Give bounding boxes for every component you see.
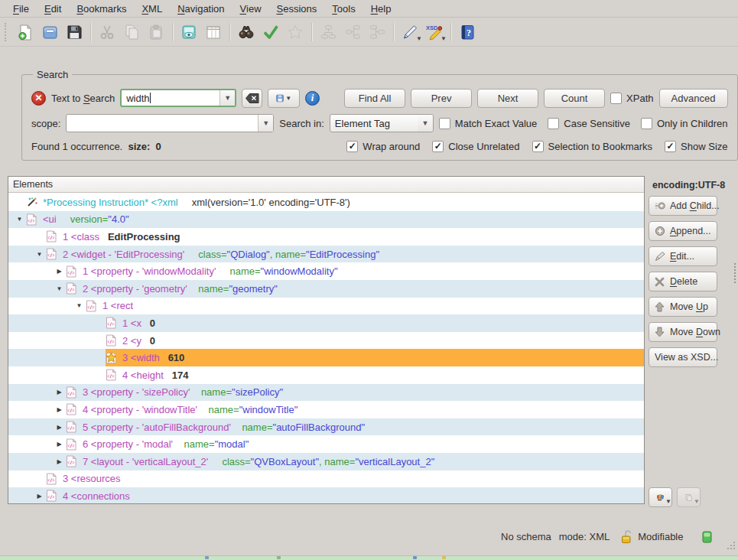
view-as-xsd-button[interactable]: View as XSD...	[649, 347, 717, 367]
scope-dropdown-icon[interactable]: ▼	[258, 115, 273, 132]
expand-arrow-icon[interactable]: ▶	[53, 424, 66, 431]
tree-row[interactable]: ▼2 <widget - 'EditProcessing' class="QDi…	[8, 246, 644, 263]
colorize-dropdown-icon[interactable]: ▼	[665, 498, 671, 505]
clear-search-button[interactable]	[242, 89, 262, 108]
collapse-arrow-icon[interactable]: ▼	[53, 285, 66, 292]
xsd-pencil-button[interactable]: XSD▼	[422, 21, 447, 44]
edit-button[interactable]: Edit...	[649, 246, 717, 266]
menu-help[interactable]: Help	[364, 1, 398, 17]
show-size-checkbox[interactable]	[665, 141, 676, 152]
tree-row[interactable]: ▶1 <property - 'windowModality' name="wi…	[8, 262, 644, 280]
expand-arrow-icon[interactable]: ▶	[53, 268, 66, 275]
search-info-icon[interactable]: i	[305, 91, 320, 106]
delete-button[interactable]: Delete	[649, 272, 717, 291]
toolbar-drag-handle[interactable]	[5, 23, 9, 41]
tree-view-3-button	[365, 21, 389, 44]
copy-node-dropdown-icon[interactable]: ▼	[694, 498, 700, 505]
svg-text:?: ?	[467, 28, 471, 38]
paste-icon	[148, 24, 164, 41]
expand-arrow-icon[interactable]: ▶	[53, 441, 66, 448]
tree-row[interactable]: *Processing Instruction* <?xml xml(versi…	[8, 194, 644, 211]
advanced-button[interactable]: Advanced	[659, 89, 728, 108]
move-up-button[interactable]: Move Up	[649, 297, 717, 317]
tree-row-selected[interactable]: 3 <width 610	[8, 349, 644, 366]
tree-text-val: "verticalLayout_2"	[355, 456, 434, 467]
append-button[interactable]: Append...	[649, 221, 717, 241]
menu-navigation[interactable]: Navigation	[171, 1, 231, 17]
status-bar: No schema mode: XML Modifiable	[501, 529, 712, 544]
only-children-checkbox[interactable]	[641, 118, 652, 129]
save-search-dropdown-icon[interactable]: ▼	[285, 95, 291, 102]
close-search-icon[interactable]: ✕	[31, 91, 46, 106]
expand-arrow-icon[interactable]: ▶	[33, 493, 46, 500]
tree-row[interactable]: ▶5 <property - 'autoFillBackground' name…	[8, 418, 644, 436]
prev-button[interactable]: Prev	[411, 89, 472, 108]
add-child-button[interactable]: Add Child...	[649, 196, 717, 216]
expand-arrow-icon[interactable]: ▶	[53, 389, 66, 396]
search-in-select[interactable]: Element Tag ▼	[330, 114, 434, 132]
tree-row[interactable]: 3 <resources	[8, 470, 644, 488]
xpath-checkbox[interactable]	[610, 93, 622, 104]
find-button[interactable]	[234, 21, 258, 44]
match-exact-checkbox[interactable]	[439, 118, 450, 129]
menu-edit[interactable]: Edit	[37, 1, 68, 17]
search-row-1: ✕ Text to Search width ▼ ▼ i	[31, 87, 728, 109]
tree-row[interactable]: ▶3 <property - 'sizePolicy' name="sizePo…	[8, 384, 644, 402]
tree-row[interactable]: ▶7 <layout - 'verticalLayout_2' class="Q…	[8, 453, 644, 470]
splitter-grip[interactable]	[734, 263, 737, 283]
tree-row[interactable]: 1 <x 0	[8, 314, 644, 332]
next-button[interactable]: Next	[477, 89, 538, 108]
menu-view[interactable]: View	[233, 1, 268, 17]
tree-row[interactable]: 4 <height 174	[8, 366, 644, 384]
menu-sessions[interactable]: Sessions	[270, 1, 324, 17]
menu-xml[interactable]: XML	[135, 1, 169, 17]
tree-row[interactable]: ▶4 <connections	[8, 487, 644, 503]
help-book-button[interactable]: ?	[455, 21, 480, 44]
expand-arrow-icon[interactable]: ▶	[53, 458, 66, 465]
close-unrelated-checkbox[interactable]	[432, 141, 444, 152]
tree-row[interactable]: ▼1 <rect	[8, 298, 644, 315]
found-occurrences: Found 1 occurrence.	[31, 141, 122, 152]
save-search-button[interactable]: ▼	[268, 89, 300, 108]
collapse-arrow-icon[interactable]: ▼	[13, 216, 26, 223]
count-button[interactable]: Count	[544, 89, 605, 108]
menu-bookmarks[interactable]: Bookmarks	[70, 1, 133, 17]
save-button[interactable]	[62, 21, 86, 44]
edit-pencil-button[interactable]: ▼	[398, 21, 422, 44]
tree-view-3-icon	[369, 24, 385, 41]
edit-pencil-dropdown-icon[interactable]: ▼	[416, 35, 422, 42]
edit-icon	[655, 251, 665, 262]
window-resize-grip[interactable]	[726, 540, 736, 551]
tree-row[interactable]: ▼<ui version="4.0"	[8, 211, 644, 229]
validate-button[interactable]	[258, 21, 283, 44]
tree-row[interactable]: 2 <y 0	[8, 332, 644, 350]
tree-row[interactable]: 1 <class EditProcessing	[8, 228, 644, 246]
elements-header: Elements	[8, 177, 644, 193]
menu-tools[interactable]: Tools	[325, 1, 362, 17]
collapse-arrow-icon[interactable]: ▼	[73, 302, 86, 309]
find-all-button[interactable]: Find All	[344, 89, 405, 108]
new-document-button[interactable]	[13, 21, 37, 44]
xsd-pencil-dropdown-icon[interactable]: ▼	[441, 35, 447, 42]
print-preview-button[interactable]	[177, 21, 201, 44]
expand-arrow-icon[interactable]: ▶	[53, 406, 66, 413]
copy-node-button[interactable]: ▼	[677, 487, 701, 507]
collapse-arrow-icon[interactable]: ▼	[33, 251, 46, 258]
table-view-button[interactable]	[201, 21, 226, 44]
move-down-button[interactable]: Move Down	[649, 322, 717, 342]
wrap-around-checkbox[interactable]	[346, 141, 358, 152]
menu-file[interactable]: File	[6, 1, 36, 17]
scope-input[interactable]: ▼	[66, 114, 274, 132]
xpath-option: XPath	[610, 93, 653, 104]
case-sensitive-checkbox[interactable]	[548, 118, 559, 129]
search-history-dropdown-icon[interactable]: ▼	[219, 90, 235, 106]
search-input[interactable]: width ▼	[120, 89, 236, 107]
open-file-button[interactable]	[37, 21, 62, 44]
search-in-dropdown-icon[interactable]: ▼	[418, 115, 433, 132]
selection-to-bookmarks-checkbox[interactable]	[532, 141, 544, 152]
tree-row[interactable]: ▶6 <property - 'modal' name="modal"	[8, 435, 644, 453]
tree-row[interactable]: ▶4 <property - 'windowTitle' name="windo…	[8, 401, 644, 418]
tree-row[interactable]: ▼2 <property - 'geometry' name="geometry…	[8, 280, 644, 298]
toolbar-separator	[393, 23, 394, 41]
colorize-button[interactable]: ▼	[649, 487, 672, 507]
